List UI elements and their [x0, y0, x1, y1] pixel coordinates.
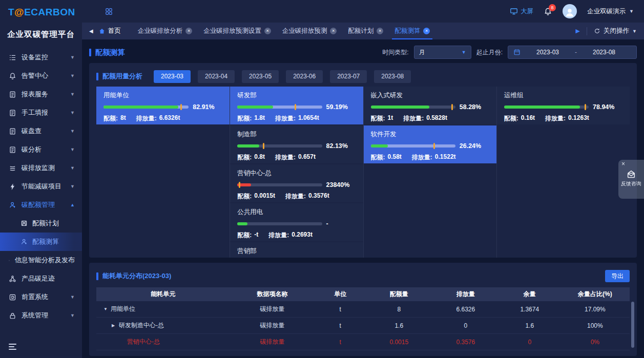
notifications-button[interactable]: 8 [544, 7, 552, 16]
table-row[interactable]: ▼用能单位碳排放量t86.63261.367417.09% [96, 301, 630, 318]
sidebar-collapse-icon[interactable] [9, 344, 19, 352]
quota-card[interactable]: 制造部82.13%配额:0.8t排放量:0.657t [230, 125, 363, 163]
tab-0[interactable]: 企业碳排放分析× [132, 23, 198, 39]
tab-close-icon[interactable]: × [423, 28, 430, 34]
sidebar-item-quota[interactable]: 碳配额管理▲ [0, 196, 82, 214]
quota-usage-title: 配额用量分析 [102, 72, 142, 81]
tab-close-icon[interactable]: × [377, 28, 383, 34]
table-scrollbar[interactable] [631, 302, 634, 348]
month-tab-2023-05[interactable]: 2023-05 [242, 70, 279, 83]
table-cell: t [315, 322, 366, 329]
tab-2[interactable]: 企业碳排放预测× [277, 23, 343, 39]
home-icon [98, 28, 106, 35]
sidebar-subitem-quota-calc[interactable]: 配额测算 [0, 233, 82, 251]
table-cell: t [315, 339, 366, 346]
quota-label: 配额: [371, 114, 385, 123]
feedback-label: 反馈咨询 [618, 180, 644, 187]
quota-card[interactable]: 运维组78.94%配额:0.16t排放量:0.1263t [497, 87, 630, 124]
account-menu[interactable]: 企业双碳演示 ▼ [587, 7, 634, 16]
table-row[interactable]: ▶研发制造中心-总碳排放量t1.601.6100% [96, 318, 630, 334]
month-tab-2023-08[interactable]: 2023-08 [374, 70, 411, 83]
sidebar-item-energy[interactable]: 节能减碳项目▼ [0, 177, 82, 196]
tab-1[interactable]: 企业碳排放预测设置× [198, 23, 277, 39]
sidebar-item-device[interactable]: 设备监控▼ [0, 48, 82, 67]
emission-label: 排放量: [275, 153, 296, 162]
content: 配额测算 时间类型: 月 ▼ 起止月份: 2023-03 - 2023-08 [82, 39, 644, 358]
emission-label: 排放量: [412, 153, 432, 162]
device-monitor-icon [9, 54, 16, 61]
sidebar-item-manual[interactable]: 手工填报▼ [0, 103, 82, 122]
quota-plan-icon [20, 220, 28, 227]
tab-3[interactable]: 配额计划× [342, 23, 389, 39]
chevron-down-icon: ▼ [70, 129, 75, 134]
quota-label: 配额: [237, 153, 252, 162]
sidebar-item-label: 信息智能分析及发布 [15, 256, 75, 265]
topbar: 大屏 8 企业双碳演示 ▼ [82, 0, 644, 23]
apps-grid-icon[interactable] [105, 7, 113, 16]
quota-card[interactable]: 公共用电-配额:-t排放量:0.2693t [230, 203, 363, 241]
table-row[interactable]: 营销中心-总碳排放量t0.00150.357600% [96, 334, 630, 350]
chevron-down-icon: ▼ [70, 165, 75, 171]
month-tab-2023-03[interactable]: 2023-03 [154, 70, 191, 83]
refresh-icon[interactable] [594, 28, 600, 34]
time-type-select[interactable]: 月 ▼ [414, 46, 471, 59]
sidebar-item-info[interactable]: 信息智能分析及发布 [0, 251, 82, 269]
sidebar-item-label: 碳排放监测 [22, 163, 70, 173]
quota-card[interactable]: 营销中心-总23840%配额:0.0015t排放量:0.3576t [230, 164, 363, 202]
tab-home[interactable]: 首页 [98, 23, 121, 39]
close-operations-label: 关闭操作 [604, 27, 629, 35]
quota-label: 配额: [237, 231, 252, 240]
tab-4[interactable]: 配额测算× [389, 23, 435, 39]
quota-card[interactable]: 软件开发26.24%配额:0.58t排放量:0.1522t [364, 125, 496, 163]
month-tab-2023-04[interactable]: 2023-04 [198, 70, 235, 83]
sidebar-item-report[interactable]: 报表服务▼ [0, 85, 82, 103]
month-range-input[interactable]: 2023-03 - 2023-08 [508, 46, 637, 59]
chevron-down-icon: ▼ [70, 313, 75, 318]
sidebar-item-alarm[interactable]: 告警中心▼ [0, 67, 82, 85]
sidebar-item-footprint[interactable]: 产品碳足迹 [0, 269, 82, 288]
tabs-back-icon[interactable]: ◀ [89, 28, 93, 34]
sidebar-item-system[interactable]: 系统管理▼ [0, 306, 82, 325]
progress-track [237, 222, 322, 225]
tab-close-icon[interactable]: × [185, 28, 192, 34]
quota-card[interactable]: 嵌入式研发58.28%配额:1t排放量:0.5828t [364, 87, 496, 124]
quota-cards-grid: 用能单位82.91%配额:8t排放量:6.6326t研发部59.19%配额:1.… [96, 87, 630, 258]
close-icon[interactable]: × [621, 160, 625, 167]
chevron-down-icon: ▼ [70, 294, 75, 300]
quota-value: 0.16t [521, 114, 535, 123]
close-operations-menu[interactable]: 关闭操作 ▼ [604, 27, 637, 35]
tab-label: 企业碳排放分析 [138, 27, 183, 35]
tree-collapse-icon[interactable]: ▼ [103, 307, 111, 311]
sidebar-subitem-quota-plan[interactable]: 配额计划 [0, 214, 82, 233]
threshold-marker-icon [295, 104, 296, 110]
sidebar-item-front[interactable]: 前置系统▼ [0, 288, 82, 306]
sidebar-item-analysis[interactable]: 碳分析▼ [0, 140, 82, 159]
month-tab-2023-06[interactable]: 2023-06 [286, 70, 323, 83]
quota-card[interactable]: 用能单位82.91%配额:8t排放量:6.6326t [96, 87, 230, 124]
quota-label: 配额: [371, 153, 385, 162]
quota-card[interactable]: 营销部110.27%配额:排放量: [230, 242, 363, 258]
quota-label: 配额: [237, 114, 252, 123]
quota-card[interactable]: 研发部59.19%配额:1.8t排放量:1.0654t [230, 87, 363, 124]
avatar[interactable] [563, 4, 577, 18]
manual-fill-icon [9, 109, 16, 117]
table-header-cell: 余量占比(%) [560, 290, 630, 299]
month-tab-2023-07[interactable]: 2023-07 [330, 70, 367, 83]
sidebar-item-audit[interactable]: 碳盘查▼ [0, 122, 82, 140]
tree-expand-icon[interactable]: ▶ [112, 323, 119, 328]
open-tabs: 企业碳排放分析×企业碳排放预测设置×企业碳排放预测×配额计划×配额测算× [132, 23, 436, 39]
tab-close-icon[interactable]: × [330, 28, 337, 34]
unit-cell: 营销中心-总 [96, 338, 230, 346]
feedback-widget[interactable]: × 反馈咨询 [618, 160, 644, 199]
card-stats: 配额:-t排放量:0.2693t [237, 231, 356, 240]
export-button[interactable]: 导出 [605, 270, 630, 282]
emission-value: 0.1522t [435, 153, 456, 162]
card-name: 营销部 [237, 247, 356, 256]
table-cell: 1.6 [366, 322, 432, 329]
card-name: 运维组 [504, 91, 622, 100]
sidebar-item-monitor[interactable]: 碳排放监测▼ [0, 159, 82, 177]
emission-label: 排放量: [136, 114, 157, 123]
big-screen-button[interactable]: 大屏 [510, 7, 533, 16]
play-icon[interactable]: ▶ [576, 28, 580, 34]
tab-close-icon[interactable]: × [264, 28, 271, 34]
